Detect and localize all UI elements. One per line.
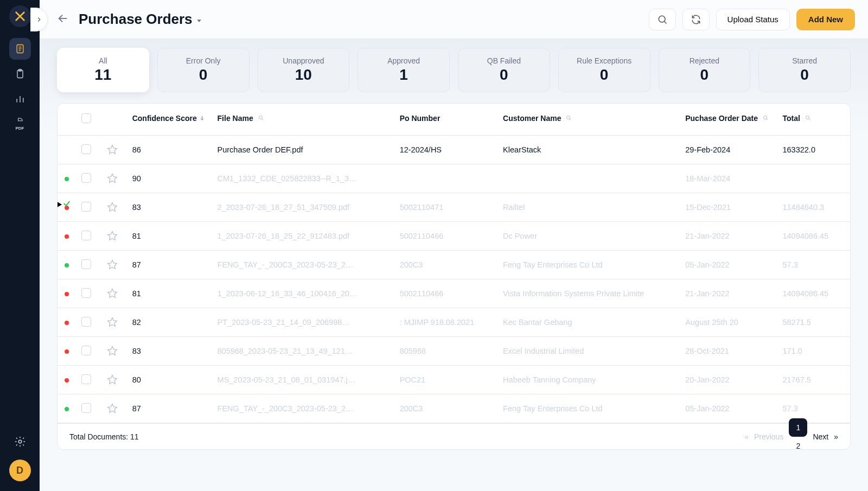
filter-card-value: 0 — [600, 66, 609, 84]
svg-marker-23 — [107, 145, 117, 154]
filter-card-label: Rule Exceptions — [577, 56, 631, 65]
cell-file: 1_2023-06-12_16_33_46_100416_20… — [212, 279, 394, 308]
filter-card-all[interactable]: All11 — [57, 48, 149, 92]
filter-card-value: 0 — [500, 66, 508, 84]
svg-point-9 — [18, 440, 22, 443]
star-icon[interactable] — [107, 320, 118, 329]
page-first[interactable]: « — [744, 432, 749, 441]
filter-card-starred[interactable]: Starred0 — [758, 48, 851, 92]
col-total-label: Total — [782, 114, 800, 123]
search-button[interactable] — [649, 9, 676, 30]
cell-date: 21-Jan-2022 — [680, 222, 777, 251]
cell-date: 29-Feb-2024 — [680, 136, 777, 164]
row-checkbox[interactable] — [81, 259, 91, 269]
star-icon[interactable] — [107, 378, 118, 386]
filter-card-unapproved[interactable]: Unapproved10 — [258, 48, 350, 92]
nav-pdf[interactable]: PDF — [9, 113, 31, 135]
row-checkbox[interactable] — [81, 231, 91, 240]
filter-card-rejected[interactable]: Rejected0 — [659, 48, 751, 92]
col-file[interactable]: File Name — [212, 104, 394, 136]
col-total[interactable]: Total — [777, 104, 850, 136]
row-checkbox[interactable] — [81, 374, 91, 384]
cell-date: August 25th 20 — [680, 308, 777, 337]
star-icon[interactable] — [107, 205, 118, 214]
add-new-button[interactable]: Add New — [796, 9, 855, 30]
cell-file: 805968_2023-05-23_21_13_49_121… — [212, 337, 394, 366]
star-icon[interactable] — [107, 176, 118, 185]
filter-card-label: Rejected — [690, 56, 719, 65]
status-dot — [65, 407, 69, 411]
cell-date: 28-Oct-2021 — [680, 337, 777, 366]
star-icon[interactable] — [107, 263, 118, 271]
select-all-checkbox[interactable] — [81, 113, 91, 123]
star-icon[interactable] — [107, 148, 118, 156]
row-checkbox[interactable] — [81, 173, 91, 183]
cell-po — [394, 164, 497, 193]
table-row[interactable]: 87FENG_TAY_-_200C3_2023-05-23_2…200C3Fen… — [58, 394, 850, 423]
star-icon[interactable] — [107, 234, 118, 243]
nav-documents[interactable] — [9, 38, 31, 60]
table-row[interactable]: 82PT_2023-05-23_21_14_09_206998…: MJIMP … — [58, 308, 850, 337]
cell-po: 5002110466 — [394, 279, 497, 308]
cell-date: 05-Jan-2022 — [680, 251, 777, 279]
col-customer-label: Customer Name — [503, 114, 561, 123]
page-number[interactable]: 2 — [789, 437, 807, 450]
table-row[interactable]: 87FENG_TAY_-_200C3_2023-05-23_2…200C3Fen… — [58, 251, 850, 279]
filter-card-qb-failed[interactable]: QB Failed0 — [458, 48, 550, 92]
avatar[interactable]: D — [9, 460, 31, 481]
page-title[interactable]: Purchase Orders — [79, 11, 202, 28]
table-row[interactable]: 811_2023-07-26_18_25_22_912483.pdf500211… — [58, 222, 850, 251]
table-row[interactable]: 83805968_2023-05-23_21_13_49_121…805968E… — [58, 337, 850, 366]
row-checkbox[interactable] — [81, 317, 91, 327]
cell-total: 14094086.45 — [777, 222, 850, 251]
cell-file: FENG_TAY_-_200C3_2023-05-23_2… — [212, 251, 394, 279]
row-checkbox[interactable] — [81, 144, 91, 154]
cell-customer: Feng Tay Enterprises Co Ltd — [497, 251, 680, 279]
col-date[interactable]: Puchase Order Date — [680, 104, 777, 136]
cell-file: FENG_TAY_-_200C3_2023-05-23_2… — [212, 394, 394, 423]
filter-card-value: 0 — [800, 66, 809, 84]
table-row[interactable]: 832_2023-07-26_18_27_51_347509.pdf500211… — [58, 193, 850, 222]
star-icon[interactable] — [107, 406, 118, 415]
status-dot — [65, 292, 69, 296]
page-next[interactable]: Next — [813, 432, 828, 441]
star-icon[interactable] — [107, 291, 118, 300]
cell-total: 11484640.3 — [777, 193, 850, 222]
cell-po: : MJIMP 918.08.2021 — [394, 308, 497, 337]
page-prev[interactable]: Previous — [754, 432, 783, 441]
cell-file: CM1_1332_CDE_025822833--R_1_3… — [212, 164, 394, 193]
cell-total: 14094086.45 — [777, 279, 850, 308]
page-last[interactable]: » — [834, 432, 838, 441]
col-score[interactable]: Confidence Score — [127, 104, 212, 136]
filter-card-error-only[interactable]: Error Only0 — [157, 48, 250, 92]
cell-customer — [497, 164, 680, 193]
star-icon[interactable] — [107, 349, 118, 358]
search-icon — [565, 114, 572, 123]
col-score-label: Confidence Score — [132, 114, 197, 123]
status-dot — [65, 378, 69, 382]
row-checkbox[interactable] — [81, 346, 91, 355]
svg-marker-26 — [107, 231, 117, 240]
back-button[interactable] — [57, 12, 69, 27]
nav-analytics[interactable] — [9, 88, 31, 110]
pagination: « Previous 12 Next » — [744, 418, 838, 450]
col-date-label: Puchase Order Date — [685, 114, 758, 123]
row-checkbox[interactable] — [81, 288, 91, 298]
svg-line-16 — [261, 119, 263, 120]
col-po[interactable]: Po Number — [394, 104, 497, 136]
table-row[interactable]: 86Purchase Order DEF.pdf12-2024/HSKlearS… — [58, 136, 850, 164]
settings-icon[interactable] — [14, 436, 26, 450]
upload-status-button[interactable]: Upload Status — [716, 9, 790, 30]
page-number[interactable]: 1 — [789, 418, 807, 437]
nav-clipboard[interactable] — [9, 63, 31, 85]
row-checkbox[interactable] — [81, 403, 91, 413]
col-customer[interactable]: Customer Name — [497, 104, 680, 136]
table-row[interactable]: 80MS_2023-05-23_21_08_01_031947.j…POC21H… — [58, 366, 850, 394]
filter-card-approved[interactable]: Approved1 — [358, 48, 450, 92]
refresh-button[interactable] — [682, 9, 710, 30]
chevron-down-icon — [196, 11, 202, 28]
row-checkbox[interactable] — [81, 202, 91, 212]
table-row[interactable]: 811_2023-06-12_16_33_46_100416_20…500211… — [58, 279, 850, 308]
filter-card-rule-exceptions[interactable]: Rule Exceptions0 — [558, 48, 650, 92]
table-row[interactable]: 90CM1_1332_CDE_025822833--R_1_3…18-Mar-2… — [58, 164, 850, 193]
